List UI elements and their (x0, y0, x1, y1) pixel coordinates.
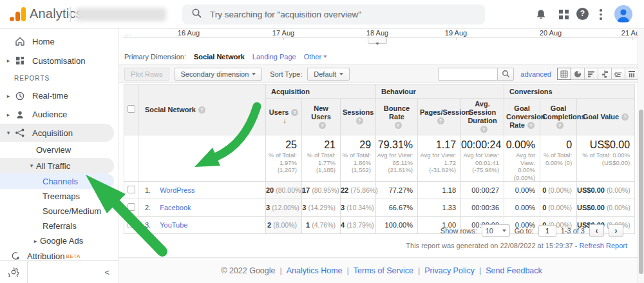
sidebar-item-acquisition[interactable]: ▾ Acquisition (0, 124, 114, 142)
footer-link-privacy[interactable]: Privacy Policy (424, 266, 475, 275)
plot-rows-button[interactable]: Plot Rows (124, 68, 169, 81)
dimension-landing-page-link[interactable]: Landing Page (252, 53, 296, 61)
global-search-input[interactable]: Try searching for "acquisition overview" (182, 5, 485, 24)
more-options-icon[interactable] (600, 9, 602, 22)
help-icon[interactable]: ? (480, 126, 488, 133)
help-icon[interactable]: ? (621, 113, 629, 121)
next-page-button[interactable]: › (609, 224, 623, 237)
footer-link-feedback[interactable]: Send Feedback (486, 266, 542, 275)
person-icon (14, 109, 26, 121)
column-header-goal-completions[interactable]: Goal Completions? (540, 99, 577, 135)
column-header-goal-value[interactable]: Goal Value? (577, 99, 635, 135)
chevron-down-icon (375, 43, 379, 45)
pivot-view-button[interactable] (625, 68, 639, 80)
help-icon[interactable]: ? (319, 122, 326, 129)
sidebar-item-source-medium[interactable]: Source/Medium (0, 204, 118, 219)
select-all-checkbox[interactable] (128, 105, 135, 113)
show-rows-select[interactable]: 10 (482, 224, 510, 237)
help-icon[interactable]: ? (437, 117, 444, 124)
column-header-users[interactable]: Users?↓ (266, 99, 302, 135)
percentage-view-button[interactable] (571, 68, 585, 80)
column-header-avg-session-duration[interactable]: Avg. Session Duration? (461, 99, 504, 135)
google-analytics-app: Analytics Try searching for "acquisition… (0, 0, 644, 283)
social-network-link[interactable]: YouTube (160, 221, 187, 229)
goto-page-input[interactable] (538, 225, 556, 237)
header-divider (70, 7, 71, 22)
collapse-caret-icon: ▾ (4, 130, 13, 136)
table-row: 1.WordPress 20(80.00%) 17(80.95%) 22(75.… (124, 182, 635, 199)
sidebar-item-audience[interactable]: ▸ Audience (0, 105, 118, 124)
summary-goal-conversion-rate: 0.00%Avg for View: 0.00% (0.00%) (504, 135, 540, 182)
user-avatar[interactable] (614, 5, 632, 23)
dimension-other-link[interactable]: Other (304, 53, 328, 61)
account-name-redacted[interactable] (76, 8, 166, 21)
row-checkbox[interactable] (128, 186, 135, 193)
row-checkbox[interactable] (128, 220, 135, 228)
help-icon[interactable]: ? (395, 122, 402, 129)
advanced-filter-link[interactable]: advanced (520, 70, 551, 78)
search-icon (502, 70, 510, 78)
help-icon[interactable]: ? (576, 8, 589, 20)
search-placeholder: Try searching for "acquisition overview" (210, 10, 361, 19)
help-icon[interactable]: ? (556, 122, 564, 129)
admin-gear-icon[interactable] (0, 261, 28, 283)
app-title: Analytics (30, 6, 82, 21)
performance-view-button[interactable] (584, 68, 598, 80)
column-header-sessions[interactable]: Sessions? (341, 99, 376, 135)
comparison-icon (601, 70, 609, 78)
column-header-bounce-rate[interactable]: Bounce Rate? (376, 99, 418, 135)
google-analytics-logo-icon[interactable] (9, 6, 26, 22)
sidebar-item-home[interactable]: Home (0, 32, 118, 51)
summary-users: 25% of Total: 1.97% (1,267) (266, 135, 302, 182)
diagnostics-grid-icon[interactable] (558, 8, 571, 21)
column-header-pages-session[interactable]: Pages/Session? (418, 99, 461, 135)
secondary-dimension-button[interactable]: Secondary dimension (175, 68, 263, 81)
sidebar-item-all-traffic[interactable]: ▾ All Traffic (0, 158, 114, 173)
sidebar-item-realtime[interactable]: ▸ Real-time (0, 86, 118, 105)
term-cloud-view-button[interactable] (611, 68, 625, 80)
sidebar-item-customisation[interactable]: ▸ Customisation (0, 51, 118, 70)
table-view-button[interactable] (557, 68, 571, 80)
help-icon[interactable]: ? (356, 117, 363, 124)
help-icon[interactable]: ? (527, 122, 535, 129)
sidebar-item-referrals[interactable]: Referrals (0, 219, 118, 233)
footer-link-analytics-home[interactable]: Analytics Home (287, 266, 343, 275)
column-header-social-network[interactable]: Social Network? (138, 84, 266, 135)
sidebar-item-overview[interactable]: Overview (0, 142, 118, 158)
notifications-bell-icon[interactable] (535, 8, 547, 21)
sort-type-select[interactable]: Default (307, 68, 350, 81)
reports-section-label: REPORTS (0, 70, 118, 86)
dimension-social-network[interactable]: Social Network (194, 53, 245, 61)
chevron-down-icon (252, 73, 256, 75)
scrollbar-thumb[interactable] (639, 110, 643, 274)
sidebar-item-treemaps[interactable]: Treemaps (0, 189, 118, 204)
chart-collapse-button[interactable] (368, 37, 387, 44)
sidebar-item-channels[interactable]: Channels (0, 173, 114, 189)
help-icon[interactable]: ? (198, 106, 205, 113)
social-network-link[interactable]: WordPress (160, 186, 194, 194)
table-filter-search-button[interactable] (497, 68, 514, 81)
axis-date-label: 19 Aug (445, 29, 467, 37)
table-filter-input[interactable] (438, 68, 497, 81)
help-icon[interactable]: ? (291, 109, 298, 116)
row-checkbox[interactable] (128, 203, 135, 211)
social-network-link[interactable]: Facebook (160, 204, 191, 211)
pagination-bar: Show rows: 10 Go to: 1-3 of 3 ‹ › (440, 224, 623, 237)
previous-page-button[interactable]: ‹ (589, 224, 604, 237)
column-header-goal-conversion-rate[interactable]: Goal Conversion Rate? (504, 99, 540, 135)
sidebar-item-google-ads[interactable]: ▸ Google Ads (0, 233, 118, 248)
table-row: 2.Facebook 3(12.00%) 3(14.29%) 3(10.34%)… (124, 199, 635, 217)
report-generated-info: This report was generated on 22/08/2022 … (406, 242, 627, 249)
expand-caret-icon: ▸ (4, 112, 13, 118)
expand-caret-icon: ▸ (4, 93, 13, 99)
axis-date-label: 16 Aug (178, 29, 200, 37)
chevron-down-icon (323, 55, 327, 58)
primary-dimension-label: Primary Dimension: (124, 53, 186, 61)
refresh-report-link[interactable]: Refresh Report (579, 242, 627, 249)
column-header-new-users[interactable]: New Users? (302, 99, 341, 135)
footer-link-terms[interactable]: Terms of Service (354, 266, 413, 275)
sidebar-collapse-button[interactable]: < (28, 261, 118, 283)
show-rows-label: Show rows: (440, 227, 477, 235)
report-main: ... 16 Aug 17 Aug 18 Aug 19 Aug 20 Aug 2… (119, 29, 644, 258)
comparison-view-button[interactable] (598, 68, 612, 80)
